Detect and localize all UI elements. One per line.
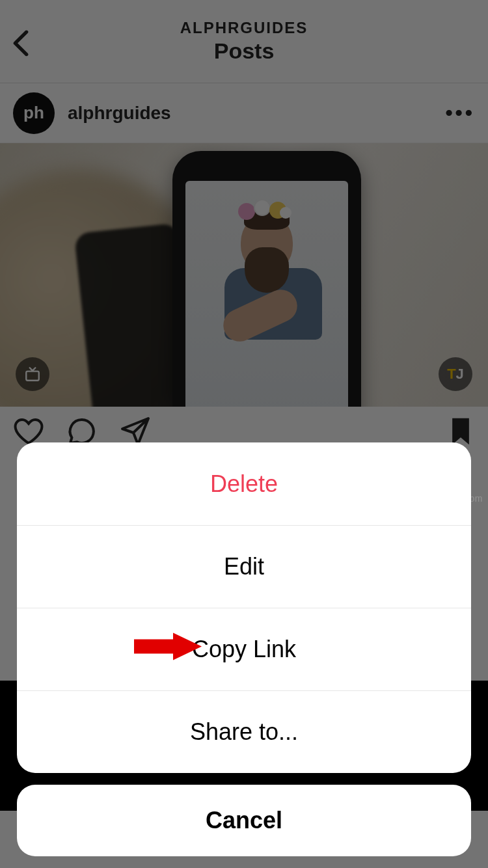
sheet-cancel[interactable]: Cancel xyxy=(17,785,471,856)
sheet-edit[interactable]: Edit xyxy=(17,525,471,608)
annotation-arrow xyxy=(131,631,203,669)
sheet-copy-link[interactable]: Copy Link xyxy=(17,608,471,690)
sheet-delete[interactable]: Delete xyxy=(17,442,471,525)
action-sheet: Delete Edit Copy Link Share to... Cancel xyxy=(17,442,471,856)
sheet-share-to[interactable]: Share to... xyxy=(17,690,471,773)
